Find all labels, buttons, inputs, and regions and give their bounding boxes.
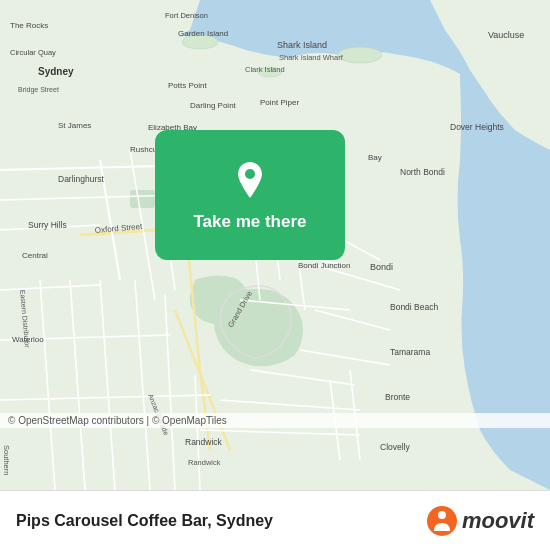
svg-text:Vaucluse: Vaucluse (488, 30, 524, 40)
svg-text:Point Piper: Point Piper (260, 98, 299, 107)
svg-rect-4 (130, 190, 155, 208)
svg-text:North Bondi: North Bondi (400, 167, 445, 177)
svg-text:Clark Island: Clark Island (245, 65, 285, 74)
take-me-there-button[interactable]: Take me there (193, 212, 306, 232)
svg-text:Central: Central (22, 251, 48, 260)
svg-text:Randwick: Randwick (188, 458, 221, 467)
svg-text:Darling Point: Darling Point (190, 101, 237, 110)
svg-text:Bondi Beach: Bondi Beach (390, 302, 438, 312)
svg-text:Bronte: Bronte (385, 392, 410, 402)
moovit-brand-text: moovit (462, 508, 534, 534)
svg-text:Dover Heights: Dover Heights (450, 122, 504, 132)
svg-point-77 (245, 169, 255, 179)
svg-point-80 (438, 511, 446, 519)
svg-text:Shark Island: Shark Island (277, 40, 327, 50)
svg-text:Sydney: Sydney (38, 66, 74, 77)
map-container: Shark Island Shark Island Wharf Vaucluse… (0, 0, 550, 490)
svg-text:Waterloo: Waterloo (12, 335, 44, 344)
svg-text:Fort Denison: Fort Denison (165, 11, 208, 20)
svg-text:Shark Island Wharf: Shark Island Wharf (279, 53, 344, 62)
map-attribution: © OpenStreetMap contributors | © OpenMap… (0, 413, 550, 428)
moovit-logo: moovit (426, 505, 534, 537)
popup-card: Take me there (155, 130, 345, 260)
svg-text:The Rocks: The Rocks (10, 21, 48, 30)
svg-text:Randwick: Randwick (185, 437, 223, 447)
bottom-bar: Pips Carousel Coffee Bar, Sydney moovit (0, 490, 550, 550)
svg-text:Circular Quay: Circular Quay (10, 48, 56, 57)
svg-text:Bondi Junction: Bondi Junction (298, 261, 350, 270)
location-pin-icon (228, 158, 272, 202)
svg-text:Potts Point: Potts Point (168, 81, 207, 90)
svg-text:Clovelly: Clovelly (380, 442, 411, 452)
svg-point-79 (427, 506, 457, 536)
moovit-icon (426, 505, 458, 537)
svg-text:Surry Hills: Surry Hills (28, 220, 67, 230)
svg-text:Bondi: Bondi (370, 262, 393, 272)
svg-text:Bay: Bay (368, 153, 382, 162)
svg-text:Garden Island: Garden Island (178, 29, 228, 38)
svg-text:Darlinghurst: Darlinghurst (58, 174, 104, 184)
venue-name: Pips Carousel Coffee Bar, Sydney (16, 512, 426, 530)
svg-text:Southern: Southern (2, 445, 11, 475)
svg-text:St James: St James (58, 121, 91, 130)
svg-point-1 (338, 47, 382, 63)
svg-text:Tamarama: Tamarama (390, 347, 430, 357)
svg-text:Bridge Street: Bridge Street (18, 86, 59, 94)
